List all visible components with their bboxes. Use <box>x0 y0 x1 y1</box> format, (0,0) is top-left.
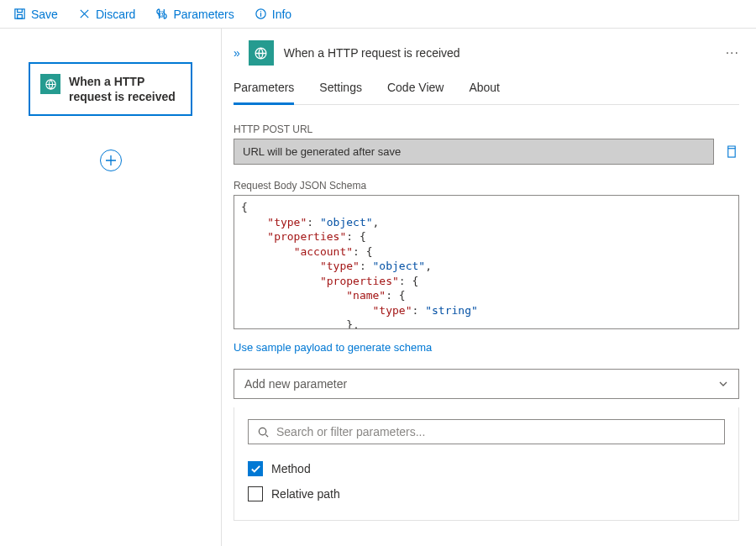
add-parameter-dropdown[interactable]: Add new parameter <box>234 369 739 399</box>
trigger-card[interactable]: When a HTTP request is received <box>29 62 192 116</box>
parameter-search-input[interactable] <box>276 425 716 438</box>
panel-menu-button[interactable]: ··· <box>726 45 739 60</box>
tab-code-view[interactable]: Code View <box>387 81 444 104</box>
discard-icon <box>78 8 91 20</box>
discard-button[interactable]: Discard <box>71 4 142 24</box>
http-trigger-icon <box>40 74 60 94</box>
save-button[interactable]: Save <box>7 4 65 24</box>
check-icon <box>250 464 261 475</box>
info-icon <box>255 8 267 20</box>
parameters-label: Parameters <box>173 8 234 21</box>
designer-canvas: When a HTTP request is received <box>0 29 221 546</box>
copy-url-button[interactable] <box>722 139 739 165</box>
parameters-button[interactable]: @ Parameters <box>149 4 240 24</box>
checkbox-relative-path[interactable] <box>248 486 263 501</box>
save-icon <box>13 8 26 20</box>
url-field-label: HTTP POST URL <box>234 123 739 135</box>
parameter-search[interactable] <box>248 419 725 444</box>
option-method[interactable]: Method <box>248 456 725 481</box>
tab-settings[interactable]: Settings <box>319 81 362 104</box>
chevron-down-icon <box>718 379 728 389</box>
option-relative-path[interactable]: Relative path <box>248 481 725 507</box>
http-trigger-icon <box>249 40 274 66</box>
tab-parameters[interactable]: Parameters <box>234 81 294 105</box>
top-toolbar: Save Discard @ Parameters Info <box>0 0 756 29</box>
info-button[interactable]: Info <box>248 4 298 24</box>
search-icon <box>257 426 270 438</box>
option-relative-path-label: Relative path <box>271 487 340 501</box>
schema-textarea[interactable]: { "type": "object", "properties": { "acc… <box>234 195 739 329</box>
sample-payload-link[interactable]: Use sample payload to generate schema <box>234 341 432 354</box>
info-label: Info <box>272 8 291 21</box>
collapse-panel-button[interactable]: » <box>234 46 239 60</box>
panel-tabs: Parameters Settings Code View About <box>234 81 739 105</box>
save-label: Save <box>31 8 58 21</box>
checkbox-method[interactable] <box>248 461 263 476</box>
copy-icon <box>725 144 738 159</box>
parameter-dropdown-panel: Method Relative path <box>234 407 739 521</box>
svg-rect-6 <box>727 149 734 157</box>
add-step-button[interactable] <box>100 150 122 171</box>
trigger-card-label: When a HTTP request is received <box>69 74 181 104</box>
http-post-url-field: URL will be generated after save <box>234 139 714 165</box>
svg-point-7 <box>259 428 265 434</box>
schema-field-label: Request Body JSON Schema <box>234 180 739 192</box>
discard-label: Discard <box>96 8 135 21</box>
tab-about[interactable]: About <box>469 81 500 104</box>
panel-title: When a HTTP request is received <box>284 46 460 60</box>
plus-icon <box>105 155 117 166</box>
parameters-icon: @ <box>155 8 168 20</box>
details-panel: » When a HTTP request is received ··· Pa… <box>222 29 756 546</box>
add-parameter-label: Add new parameter <box>244 377 347 391</box>
option-method-label: Method <box>271 462 311 475</box>
svg-text:@: @ <box>158 10 165 18</box>
svg-rect-1 <box>18 14 23 18</box>
svg-rect-0 <box>15 9 24 18</box>
